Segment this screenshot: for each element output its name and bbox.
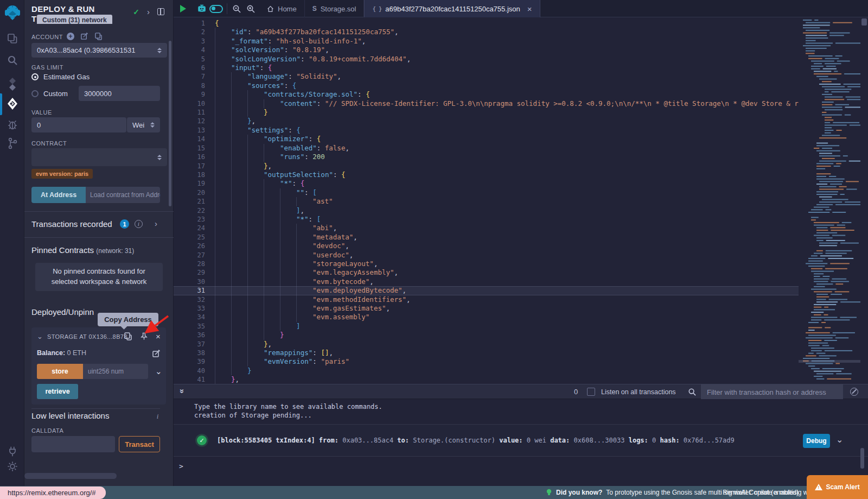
code-line[interactable]: 7"language": "Solidity", — [174, 72, 799, 81]
value-unit-select[interactable]: Wei — [126, 117, 160, 132]
add-account-icon[interactable]: + — [67, 33, 74, 40]
tab-storage-sol[interactable]: SStorage.sol — [305, 0, 365, 17]
code-line[interactable]: 35] — [174, 322, 799, 331]
code-line[interactable]: 3"_format": "hh-sol-build-info-1", — [174, 37, 799, 46]
panel-scrollbar[interactable] — [169, 41, 171, 206]
custom-gas-input[interactable]: 3000000 — [79, 86, 160, 101]
copy-account-icon[interactable] — [94, 32, 103, 40]
code-line[interactable]: 15"enabled": false, — [174, 144, 799, 153]
close-tab-icon[interactable]: × — [527, 4, 532, 14]
transactions-expand-icon[interactable]: › — [155, 219, 157, 228]
code-line[interactable]: 36} — [174, 331, 799, 339]
code-line[interactable]: 39"evmVersion": "paris" — [174, 357, 799, 366]
terminal[interactable]: Type the library name to see available c… — [174, 399, 868, 486]
code-line[interactable]: 22], — [174, 206, 799, 215]
code-line[interactable]: 30"evm.bytecode", — [174, 277, 799, 286]
contract-stepper[interactable] — [157, 155, 162, 160]
custom-gas-radio[interactable] — [31, 90, 39, 97]
unit-stepper[interactable] — [150, 122, 155, 128]
solidity-compiler-icon[interactable] — [0, 77, 24, 91]
code-line[interactable]: 33"evm.gasEstimates", — [174, 304, 799, 313]
at-address-button[interactable]: At Address — [31, 187, 86, 203]
info-icon[interactable]: i — [135, 220, 143, 228]
scam-alert-button[interactable]: Scam Alert — [807, 475, 868, 499]
transaction-log[interactable]: ✓ [block:5583405 txIndex:4] from: 0xa03.… — [174, 424, 868, 457]
deploy-run-icon[interactable] — [0, 97, 24, 111]
code-line[interactable]: 6"input": { — [174, 64, 799, 72]
code-line[interactable]: 38"remappings": [], — [174, 349, 799, 357]
code-line[interactable]: 31"evm.deployedBytecode", — [174, 286, 799, 295]
tab-home[interactable]: Home — [259, 0, 305, 17]
settings-gear-icon[interactable] — [0, 460, 24, 472]
code-editor[interactable]: 1{2"id": "a69b43f277ba20fcac141151250ca7… — [174, 17, 868, 384]
code-line[interactable]: 1{ — [174, 19, 799, 28]
code-line[interactable]: 41}, — [174, 375, 799, 384]
panel-horizontal-scrollbar[interactable] — [24, 473, 117, 479]
value-input[interactable]: 0 — [31, 117, 126, 132]
code-line[interactable]: 28"storageLayout", — [174, 260, 799, 268]
edit-balance-icon[interactable] — [152, 349, 161, 358]
code-line[interactable]: 4"solcVersion": "0.8.19", — [174, 46, 799, 54]
code-line[interactable]: 17}, — [174, 162, 799, 170]
zoom-out-icon[interactable] — [232, 0, 241, 17]
git-icon[interactable] — [0, 137, 24, 150]
listen-checkbox[interactable] — [587, 388, 595, 396]
code-line[interactable]: 16"runs": 200 — [174, 153, 799, 161]
remixai-robot-icon[interactable] — [196, 0, 207, 17]
debugger-icon[interactable] — [0, 118, 24, 130]
code-line[interactable]: 40} — [174, 367, 799, 375]
info-icon[interactable]: i — [154, 412, 162, 420]
zoom-in-icon[interactable] — [246, 0, 256, 17]
code-line[interactable]: 24"abi", — [174, 224, 799, 232]
remix-logo[interactable] — [0, 4, 24, 21]
code-line[interactable]: 20"": [ — [174, 188, 799, 197]
code-line[interactable]: 9"contracts/Storage.sol": { — [174, 90, 799, 99]
plugin-manager-icon[interactable] — [0, 445, 24, 457]
clear-console-icon[interactable] — [850, 388, 858, 396]
code-line[interactable]: 11} — [174, 108, 799, 117]
code-line[interactable]: 34"evm.assembly" — [174, 313, 799, 321]
retrieve-button[interactable]: retrieve — [37, 384, 78, 399]
expand-transaction-icon[interactable]: ⌄ — [836, 434, 843, 445]
copy-address-icon[interactable] — [124, 332, 132, 340]
code-line[interactable]: 12}, — [174, 117, 799, 125]
code-line[interactable]: 14"optimizer": { — [174, 135, 799, 143]
code-line[interactable]: 2"id": "a69b43f277ba20fcac141151250ca755… — [174, 28, 799, 36]
code-line[interactable]: 18"outputSelection": { — [174, 170, 799, 179]
code-line[interactable]: 5"solcLongVersion": "0.8.19+commit.7dd6d… — [174, 55, 799, 64]
account-select[interactable]: 0xA03...85ac4 (0.39866531531 — [31, 43, 167, 58]
code-line[interactable]: 26"devdoc", — [174, 242, 799, 250]
code-line[interactable]: 25"metadata", — [174, 233, 799, 242]
code-line[interactable]: 32"evm.methodIdentifiers", — [174, 295, 799, 304]
estimated-gas-radio[interactable] — [31, 73, 39, 80]
copilot-toggle-icon[interactable] — [209, 0, 223, 17]
edit-account-icon[interactable] — [80, 32, 88, 40]
code-line[interactable]: 19"*": { — [174, 179, 799, 188]
pin-panel-icon[interactable] — [157, 8, 164, 15]
store-input[interactable]: uint256 num — [83, 364, 148, 379]
collapse-terminal-icon[interactable]: » — [178, 389, 187, 393]
code-line[interactable]: 13"settings": { — [174, 126, 799, 135]
debug-button[interactable]: Debug — [803, 434, 830, 448]
account-stepper[interactable] — [157, 48, 162, 53]
run-script-icon[interactable] — [180, 0, 186, 17]
code-content[interactable]: 1{2"id": "a69b43f277ba20fcac141151250ca7… — [174, 19, 799, 384]
filter-input[interactable]: Filter with transaction hash or address — [701, 384, 843, 400]
code-line[interactable]: 23"*": [ — [174, 215, 799, 224]
copilot-status[interactable]: RemixAI Copilot (enabled) — [723, 486, 799, 499]
expand-store-icon[interactable]: ⌄ — [155, 367, 162, 376]
contract-select[interactable] — [31, 148, 167, 166]
chevron-down-icon[interactable]: ⌄ — [37, 332, 43, 340]
chevron-right-icon[interactable]: › — [147, 7, 150, 16]
code-line[interactable]: 21"ast" — [174, 197, 799, 206]
transact-button[interactable]: Transact — [119, 436, 160, 452]
store-button[interactable]: store — [37, 364, 83, 379]
terminal-scrollbar-thumb[interactable] — [860, 448, 864, 469]
code-line[interactable]: 37}, — [174, 340, 799, 349]
code-line[interactable]: 27"userdoc", — [174, 251, 799, 260]
load-contract-input[interactable]: Load contract from Addre — [86, 187, 160, 203]
tab-a69b43f277ba20fcac141151250ca755-json[interactable]: { }a69b43f277ba20fcac141151250ca755.json… — [364, 0, 540, 17]
file-explorer-icon[interactable] — [0, 33, 24, 45]
editor-scrollbar-thumb[interactable] — [861, 18, 867, 26]
code-line[interactable]: 29"evm.legacyAssembly", — [174, 268, 799, 277]
